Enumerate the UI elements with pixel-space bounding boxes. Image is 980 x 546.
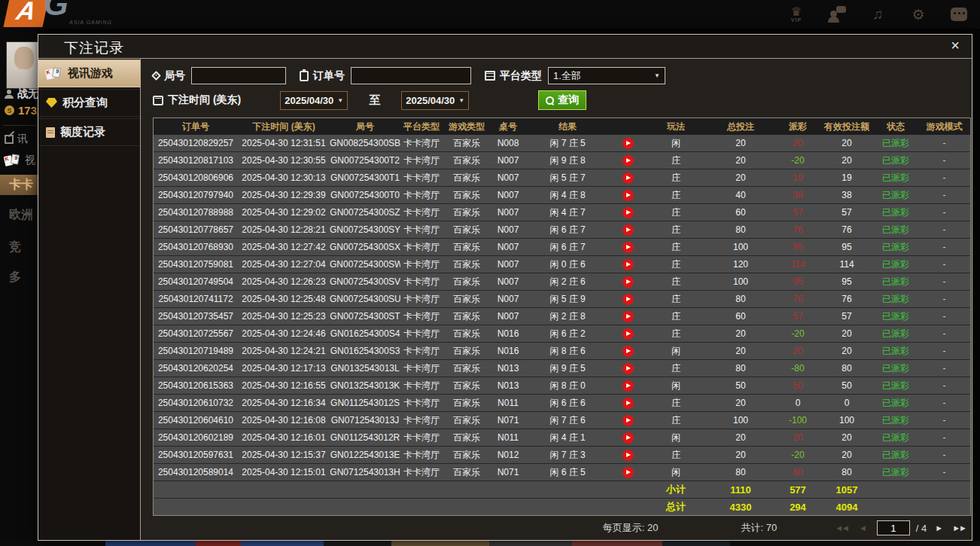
header-cell: 局号: [330, 120, 400, 133]
play-icon: [626, 141, 631, 145]
cell-game-type: 百家乐: [443, 432, 491, 444]
replay-button[interactable]: [622, 294, 634, 305]
cell-result: 闲 8 庄 6: [525, 345, 610, 358]
replay-button[interactable]: [622, 190, 634, 201]
replay-button[interactable]: [622, 311, 634, 322]
round-input[interactable]: [191, 67, 286, 84]
replay-button[interactable]: [622, 224, 634, 236]
replay-button[interactable]: [622, 207, 634, 218]
first-page-button[interactable]: ◄◄: [835, 523, 848, 532]
replay-button[interactable]: [622, 380, 634, 392]
cell-platform-type: 卡卡湾厅: [400, 310, 443, 323]
replay-button[interactable]: [622, 346, 634, 357]
tab-credit-records[interactable]: 额度记录: [38, 118, 140, 146]
cell-table-number: N016: [491, 328, 525, 339]
cell-total-bet: 80: [706, 294, 775, 304]
play-icon: [626, 279, 631, 284]
table-row: 250430120615363 2025-04-30 12:16:55 GN01…: [154, 377, 970, 394]
cell-table-number: N007: [491, 172, 525, 183]
replay-button[interactable]: [622, 328, 634, 340]
tab-points-query[interactable]: 积分查询: [38, 89, 140, 117]
table-row: 250430120778657 2025-04-30 12:28:21 GN00…: [154, 221, 970, 238]
replay-button[interactable]: [622, 398, 634, 409]
replay-button[interactable]: [622, 432, 634, 444]
cell-replay: [610, 346, 646, 357]
music-icon[interactable]: ♫: [867, 3, 888, 26]
cell-game-mode: -: [918, 259, 970, 270]
cell-valid-bet: 76: [820, 294, 873, 304]
replay-button[interactable]: [622, 467, 634, 478]
table-row: 250430120788988 2025-04-30 12:29:02 GN00…: [154, 204, 970, 221]
cell-replay: [610, 432, 646, 444]
customer-service-icon[interactable]: [826, 3, 848, 26]
cell-platform-type: 卡卡湾厅: [400, 189, 443, 202]
cell-total-bet: 20: [706, 432, 775, 443]
play-icon: [626, 210, 631, 215]
cell-game-type: 百家乐: [443, 362, 491, 375]
play-icon: [626, 175, 631, 180]
chat-icon[interactable]: [948, 3, 969, 26]
next-page-button[interactable]: ►: [935, 523, 942, 532]
cell-result: 闲 6 庄 6: [525, 397, 610, 410]
to-label: 至: [369, 93, 380, 108]
cell-round-number: GN007254300SY: [330, 224, 400, 235]
cell-total-bet: 20: [706, 450, 775, 460]
cell-game-mode: -: [918, 224, 970, 235]
cell-table-number: N007: [491, 207, 525, 218]
tab-video-games[interactable]: K9 视讯游戏: [38, 59, 140, 87]
replay-button[interactable]: [622, 450, 634, 461]
cell-platform-type: 卡卡湾厅: [400, 449, 443, 462]
chat-glyph: [951, 8, 967, 21]
header-cell: 总投注: [706, 120, 775, 133]
cell-play-type: 闲: [646, 432, 706, 444]
cell-valid-bet: 20: [820, 432, 873, 443]
page-input[interactable]: 1: [877, 520, 910, 535]
prev-page-button[interactable]: ◄: [859, 523, 866, 532]
replay-button[interactable]: [622, 415, 634, 426]
lobby-menu-jingmi[interactable]: 竞: [0, 237, 38, 258]
settings-gear-icon[interactable]: ⚙: [908, 3, 929, 26]
cell-table-number: N007: [491, 276, 525, 287]
logo-subtitle: ASIA GAMING: [69, 20, 112, 25]
play-icon: [626, 314, 631, 319]
list-icon: [485, 71, 495, 81]
replay-button[interactable]: [622, 172, 634, 184]
replay-button[interactable]: [622, 138, 634, 149]
cell-bet-time: 2025-04-30 12:16:55: [238, 380, 330, 391]
lobby-menu-multi[interactable]: 多: [0, 267, 38, 288]
order-input[interactable]: [351, 67, 471, 84]
replay-button[interactable]: [622, 259, 634, 270]
vip-label: VIP: [791, 17, 802, 23]
lobby-menu-europe[interactable]: 欧洲: [0, 205, 38, 225]
play-icon: [626, 453, 631, 457]
platform-select[interactable]: 1.全部 ▼: [548, 67, 665, 84]
close-icon[interactable]: ×: [951, 38, 960, 53]
search-button[interactable]: 查询: [538, 90, 586, 110]
cell-table-number: N012: [491, 450, 525, 460]
vip-icon[interactable]: ♛ VIP: [786, 3, 807, 26]
replay-button[interactable]: [622, 155, 634, 166]
date-from-value: 2025/04/30: [285, 95, 333, 106]
cell-replay: [610, 138, 646, 149]
cell-game-mode: -: [918, 207, 970, 218]
cell-game-type: 百家乐: [443, 414, 491, 427]
cell-play-type: 庄: [646, 258, 706, 271]
cell-payout: 57: [775, 207, 820, 218]
date-to-picker[interactable]: 2025/04/30 ▼: [401, 91, 469, 110]
date-from-picker[interactable]: 2025/04/30 ▼: [280, 91, 348, 110]
cell-game-type: 百家乐: [443, 241, 491, 254]
replay-button[interactable]: [622, 242, 634, 253]
cell-valid-bet: 57: [820, 207, 873, 218]
lobby-menu-kakawan[interactable]: 卡卡: [0, 175, 38, 195]
header-cell: 游戏模式: [918, 120, 970, 133]
avatar[interactable]: [6, 41, 38, 89]
replay-button[interactable]: [622, 363, 634, 374]
cell-game-type: 百家乐: [443, 276, 491, 288]
table-header-row: 订单号下注时间 (美东)局号平台类型游戏类型桌号结果玩法总投注派彩有效投注额状态…: [154, 118, 970, 135]
cell-order-number: 250430120725567: [154, 328, 238, 339]
dialog-header: 下注记录 ×: [38, 35, 972, 59]
last-page-button[interactable]: ►►: [952, 523, 966, 532]
total-pages-label: / 4: [916, 523, 927, 534]
cell-result: 闲 6 庄 5: [525, 466, 610, 479]
replay-button[interactable]: [622, 276, 634, 288]
